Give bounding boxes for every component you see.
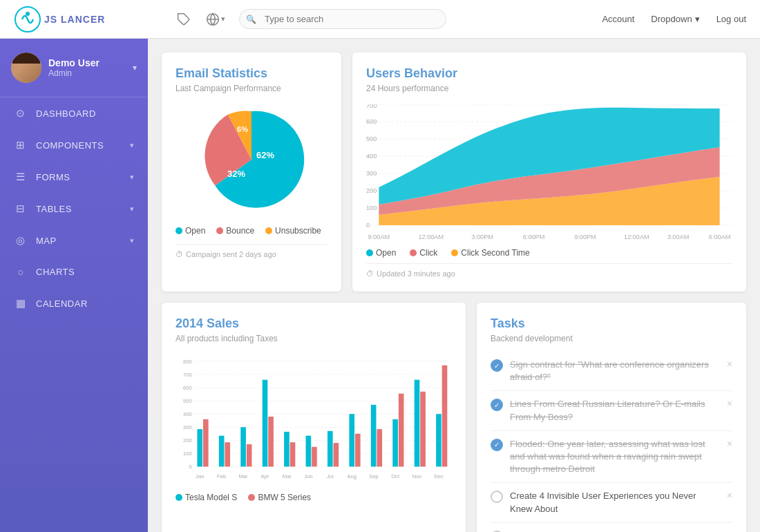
area-legend-open: Open — [376, 248, 396, 258]
svg-rect-55 — [247, 444, 252, 466]
nav-label-dashboard: DASHBOARD — [36, 108, 96, 119]
logo-area: JS LANCER — [14, 6, 159, 33]
area-chart: 0 100 200 300 400 500 600 700 — [366, 104, 732, 249]
task-checkbox[interactable]: ✓ — [491, 359, 503, 372]
puzzle-icon-btn[interactable] — [173, 8, 195, 30]
svg-rect-61 — [312, 447, 317, 467]
svg-rect-70 — [415, 380, 420, 467]
svg-text:600: 600 — [366, 118, 377, 125]
task-text: Sign contract for "What are conference o… — [510, 359, 720, 383]
task-text: Create 4 Invisible User Experiences you … — [510, 490, 720, 515]
pie-chart: 62% 32% 6% — [196, 104, 307, 215]
svg-rect-57 — [268, 417, 274, 466]
svg-text:500: 500 — [183, 398, 192, 404]
area-chart-container: 0 100 200 300 400 500 600 700 — [366, 104, 732, 243]
nav-icons: ▾ — [173, 8, 225, 30]
dropdown-btn[interactable]: Dropdown ▾ — [651, 14, 699, 24]
svg-rect-54 — [240, 427, 246, 466]
nav-arrow-tables: ▾ — [130, 205, 135, 213]
svg-text:0: 0 — [366, 222, 370, 229]
sidebar-item-calendar[interactable]: ▦ CALENDAR — [0, 287, 148, 319]
svg-text:Jul: Jul — [327, 473, 334, 479]
nav-icon-tables: ⊟ — [14, 202, 28, 215]
nav-icon-calendar: ▦ — [14, 297, 28, 310]
svg-text:6:00AM: 6:00AM — [709, 234, 731, 240]
svg-text:400: 400 — [183, 411, 192, 417]
task-checkbox[interactable]: ✓ — [491, 439, 503, 451]
bar-chart-container: 0 100 200 300 400 500 600 700 800 — [175, 354, 452, 493]
globe-arrow: ▾ — [221, 15, 225, 23]
main-content: Email Statistics Last Campaign Performan… — [148, 39, 760, 532]
svg-text:Mar: Mar — [239, 473, 249, 479]
users-behavior-card: Users Behavior 24 Hours performance — [352, 53, 746, 292]
task-item: ✓ Sign contract for "What are conference… — [491, 352, 732, 391]
sidebar-item-map[interactable]: ◎ MAP ▾ — [0, 225, 148, 256]
logo-text: JS LANCER — [44, 14, 105, 25]
task-close-btn[interactable]: × — [727, 490, 732, 501]
task-checkbox[interactable] — [491, 491, 503, 503]
top-navigation: JS LANCER ▾ Account Dropdown ▾ Lo — [0, 0, 760, 39]
svg-text:12:00AM: 12:00AM — [624, 234, 649, 240]
account-link[interactable]: Account — [602, 14, 634, 24]
sidebar-item-forms[interactable]: ☰ FORMS ▾ — [0, 161, 148, 193]
tasks-subtitle: Backend development — [491, 334, 732, 343]
user-section: Demo User Admin ▾ — [0, 39, 148, 97]
user-name: Demo User — [48, 57, 99, 68]
svg-text:Mai: Mai — [283, 473, 292, 479]
email-stats-subtitle: Last Campaign Performance — [175, 84, 327, 93]
user-chevron-icon[interactable]: ▾ — [133, 63, 137, 73]
svg-text:6%: 6% — [237, 125, 248, 133]
email-stats-card: Email Statistics Last Campaign Performan… — [162, 53, 341, 292]
task-item: ✓ Lines From Great Russian Literature? O… — [491, 391, 732, 430]
sales-card: 2014 Sales All products including Taxes — [162, 303, 466, 532]
svg-text:400: 400 — [366, 153, 377, 160]
svg-rect-58 — [284, 432, 289, 466]
logout-link[interactable]: Log out — [716, 14, 746, 24]
svg-rect-62 — [327, 431, 333, 466]
clock-icon: ⏱ — [175, 250, 183, 258]
task-close-btn[interactable]: × — [727, 438, 732, 449]
svg-text:700: 700 — [183, 372, 192, 378]
logo-icon — [14, 6, 41, 33]
area-legend-click2: Click Second Time — [461, 248, 529, 258]
svg-text:9:00PM: 9:00PM — [574, 234, 596, 240]
svg-text:100: 100 — [366, 205, 377, 211]
nav-arrow-map: ▾ — [130, 236, 135, 245]
task-checkbox[interactable]: ✓ — [491, 399, 503, 411]
legend-bounce: Bounce — [226, 226, 254, 236]
svg-text:500: 500 — [366, 135, 377, 142]
users-behavior-subtitle: 24 Hours performance — [366, 84, 732, 93]
sidebar-nav: ⊙ DASHBOARD ⊞ COMPONENTS ▾ ☰ FORMS ▾ ⊟ T… — [0, 97, 148, 319]
svg-text:12:00AM: 12:00AM — [418, 234, 444, 240]
svg-text:Oct: Oct — [391, 473, 400, 479]
svg-text:Nov: Nov — [412, 473, 422, 479]
nav-label-tables: TABLES — [36, 204, 72, 214]
svg-text:Dec: Dec — [434, 473, 444, 479]
user-info: Demo User Admin — [11, 53, 99, 83]
nav-icon-map: ◎ — [14, 234, 28, 247]
sidebar-item-components[interactable]: ⊞ COMPONENTS ▾ — [0, 129, 148, 161]
svg-rect-71 — [420, 392, 426, 467]
updated-info: ⏱ Updated 3 minutes ago — [366, 269, 732, 278]
svg-rect-51 — [203, 419, 209, 467]
main-layout: Demo User Admin ▾ ⊙ DASHBOARD ⊞ COMPONEN… — [0, 39, 760, 532]
sidebar-item-charts[interactable]: ○ CHARTS — [0, 256, 148, 287]
campaign-info: ⏱ Campaign sent 2 days ago — [175, 250, 327, 258]
task-close-btn[interactable]: × — [727, 398, 732, 409]
search-input[interactable] — [239, 9, 446, 29]
globe-btn[interactable]: ▾ — [206, 12, 225, 26]
sidebar-item-tables[interactable]: ⊟ TABLES ▾ — [0, 193, 148, 225]
pie-legend: Open Bounce Unsubscribe — [175, 226, 327, 236]
svg-text:32%: 32% — [227, 169, 245, 179]
sidebar-item-dashboard[interactable]: ⊙ DASHBOARD — [0, 97, 148, 129]
nav-label-forms: FORMS — [36, 172, 70, 182]
pie-chart-container: 62% 32% 6% — [175, 104, 327, 215]
task-close-btn[interactable]: × — [727, 359, 732, 370]
nav-icon-forms: ☰ — [14, 171, 28, 183]
search-area — [239, 9, 446, 29]
svg-text:Sep: Sep — [369, 473, 379, 479]
task-item: ✓ Flooded: One year later, assessing wha… — [491, 431, 732, 484]
legend-unsubscribe: Unsubscribe — [275, 226, 321, 236]
svg-text:Jun: Jun — [304, 473, 312, 479]
svg-rect-65 — [355, 434, 361, 467]
